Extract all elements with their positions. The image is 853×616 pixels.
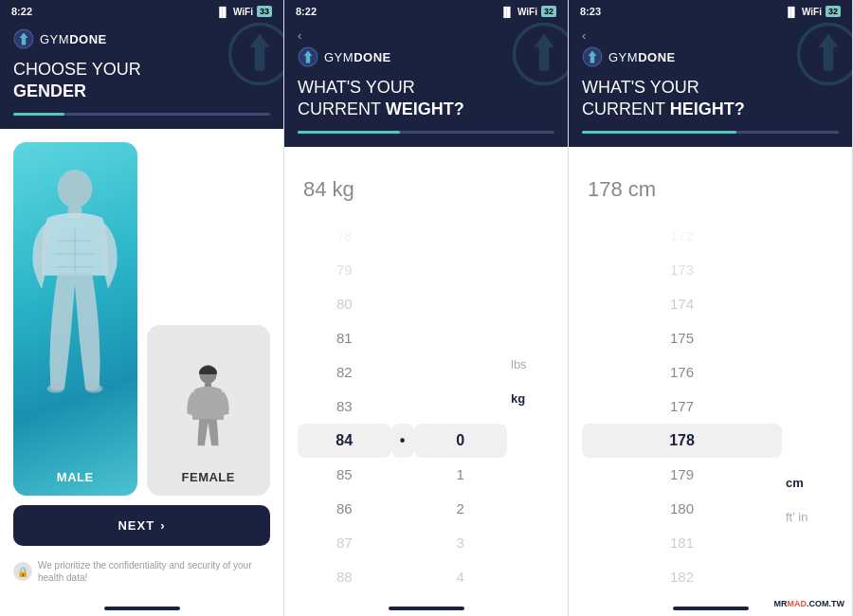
privacy-icon: 🔒 <box>13 562 32 581</box>
signal-icon-1: ▐▌ <box>216 7 229 17</box>
picker-item: 183 <box>669 594 695 603</box>
title-line1-1: CHOOSE YOUR <box>13 60 141 79</box>
picker-item: 4 <box>456 560 464 594</box>
wifi-icon-3: WiFi <box>802 7 822 17</box>
status-icons-1: ▐▌ WiFi 33 <box>216 6 272 17</box>
picker-item: 176 <box>669 355 695 390</box>
picker-items-main-h: 172 173 174 175 176 177 178 179 180 181 … <box>669 219 695 603</box>
picker-content-weight: 84kg 78 79 80 81 82 83 <box>284 147 568 603</box>
content-3: 178cm 172 173 174 175 176 177 <box>569 147 852 603</box>
picker-item: 89 <box>336 594 353 603</box>
value-weight: 84 <box>303 177 326 201</box>
picker-col-unit-h[interactable]: cm ft' in <box>782 219 839 603</box>
picker-weight[interactable]: 78 79 80 81 82 83 84 85 86 87 88 89 <box>298 219 554 603</box>
privacy-note: 🔒 We prioritize the confidentiality and … <box>13 553 270 589</box>
picker-item: 175 <box>669 321 695 355</box>
header-2: ‹ GYMDONE WHAT'S YOUR CURRENT WEIGHT? <box>284 21 568 147</box>
picker-item: 3 <box>456 526 464 560</box>
header-bg-icon-3 <box>795 21 853 87</box>
logo-icon-1 <box>13 28 34 49</box>
picker-item <box>456 253 464 287</box>
title-bold-1: GENDER <box>13 82 86 100</box>
content-2: 84kg 78 79 80 81 82 83 <box>284 147 568 603</box>
gender-card-female[interactable]: FEMALE <box>147 325 271 496</box>
picker-item: 81 <box>336 321 353 355</box>
gender-content: MALE FEMALE <box>0 129 283 603</box>
bottom-bar-3 <box>673 607 749 610</box>
title-line1-3: WHAT'S YOUR <box>582 78 699 97</box>
next-label-1: NEXT <box>118 518 154 533</box>
screen-weight: 8:22 ▐▌ WiFi 32 ‹ GYMDONE WHAT'S YOUR CU… <box>284 0 569 616</box>
header-bg-icon-1 <box>227 21 284 87</box>
picker-height[interactable]: 172 173 174 175 176 177 178 179 180 181 … <box>582 219 839 603</box>
svg-point-8 <box>47 384 64 392</box>
battery-1: 33 <box>257 6 272 17</box>
unit-height: cm <box>628 177 656 201</box>
svg-point-9 <box>85 384 102 392</box>
logo-icon-3 <box>582 46 603 67</box>
picker-item: 179 <box>669 458 695 492</box>
unit-item-ftin: ft' in <box>786 499 808 534</box>
female-figure-svg <box>182 364 234 459</box>
picker-item-selected: 178 <box>669 424 695 458</box>
picker-item: 173 <box>669 253 695 287</box>
time-3: 8:23 <box>580 6 601 17</box>
picker-item-selected: 0 <box>456 424 464 458</box>
picker-item: 182 <box>669 560 695 594</box>
header-3: ‹ GYMDONE WHAT'S YOUR CURRENT HEIGHT? <box>569 21 852 147</box>
title-line2-2: CURRENT <box>298 100 381 118</box>
value-height: 178 <box>588 177 623 201</box>
picker-item: 87 <box>336 526 353 560</box>
picker-item: 5 <box>456 594 464 603</box>
unit-item-kg: kg <box>511 381 525 415</box>
next-button-1[interactable]: NEXT › <box>13 505 270 546</box>
gender-card-male[interactable]: MALE <box>13 142 137 496</box>
picker-col-main-h[interactable]: 172 173 174 175 176 177 178 179 180 181 … <box>582 219 782 603</box>
picker-item <box>456 390 464 424</box>
time-1: 8:22 <box>11 6 32 17</box>
picker-item <box>456 355 464 390</box>
status-icons-3: ▐▌ WiFi 32 <box>785 6 841 17</box>
picker-items-main-w: 78 79 80 81 82 83 84 85 86 87 88 89 <box>336 219 353 603</box>
picker-columns-height: 172 173 174 175 176 177 178 179 180 181 … <box>582 219 839 603</box>
picker-item: 80 <box>336 287 353 321</box>
male-label: MALE <box>57 470 94 484</box>
picker-item: 85 <box>336 458 353 492</box>
status-bar-2: 8:22 ▐▌ WiFi 32 <box>284 0 568 21</box>
screen-gender: 8:22 ▐▌ WiFi 33 GYMDONE CHOOSE YOUR GEND… <box>0 0 284 616</box>
title-bold-2: WEIGHT? <box>386 100 464 118</box>
picker-item: 172 <box>669 219 695 253</box>
bottom-bar-2 <box>389 607 464 610</box>
logo-text-1: GYMDONE <box>40 32 107 46</box>
signal-icon-2: ▐▌ <box>500 7 514 17</box>
picker-item: 78 <box>336 219 353 253</box>
time-2: 8:22 <box>296 6 317 17</box>
picker-item: 79 <box>336 253 353 287</box>
picker-item: 2 <box>456 492 464 526</box>
content-1: MALE FEMALE <box>0 129 283 603</box>
picker-item: 181 <box>669 526 695 560</box>
picker-col-unit-w[interactable]: lbs kg <box>507 219 554 603</box>
header-bg-icon-2 <box>511 21 569 87</box>
progress-bar-2 <box>298 131 554 134</box>
gender-cards: MALE FEMALE <box>13 142 270 496</box>
picker-item <box>456 219 464 253</box>
progress-bar-3 <box>582 131 839 134</box>
picker-item-selected: 84 <box>336 424 353 458</box>
picker-content-height: 178cm 172 173 174 175 176 177 <box>569 147 852 603</box>
unit-item-lbs: lbs <box>511 347 527 381</box>
battery-3: 32 <box>826 6 841 17</box>
header-1: GYMDONE CHOOSE YOUR GENDER <box>0 21 283 129</box>
watermark: MRMAD.COM.TW <box>774 599 845 608</box>
picker-col-dec-w[interactable]: 0 1 2 3 4 5 6 <box>414 219 508 603</box>
bottom-bar-1 <box>104 607 180 610</box>
picker-col-main-w[interactable]: 78 79 80 81 82 83 84 85 86 87 88 89 <box>298 219 391 603</box>
next-arrow-1: › <box>160 518 165 533</box>
logo-icon-2 <box>298 46 318 67</box>
wifi-icon-2: WiFi <box>517 7 537 17</box>
progress-bar-1 <box>13 113 270 116</box>
picker-dot-col: • <box>391 219 414 603</box>
picker-item: 174 <box>669 287 695 321</box>
title-line1-2: WHAT'S YOUR <box>298 78 415 97</box>
picker-item <box>456 287 464 321</box>
